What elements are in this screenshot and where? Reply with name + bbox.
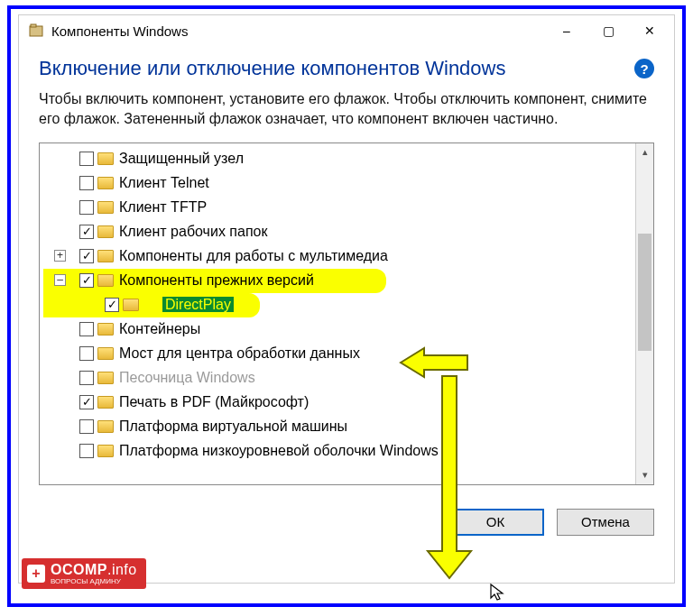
svg-rect-1 xyxy=(31,24,36,27)
tree-item[interactable]: Клиент Telnet xyxy=(43,171,633,196)
scroll-thumb[interactable] xyxy=(638,234,651,351)
tree-item[interactable]: Песочница Windows xyxy=(43,366,633,391)
dialog-content: Включение или отключение компонентов Win… xyxy=(19,46,674,496)
tree-checkbox[interactable]: ✓ xyxy=(79,225,94,239)
watermark-suffix: .info xyxy=(107,562,137,577)
folder-icon xyxy=(97,347,114,360)
tree-expander[interactable]: + xyxy=(54,250,66,262)
page-title: Включение или отключение компонентов Win… xyxy=(39,57,505,80)
tree-checkbox[interactable]: ✓ xyxy=(79,273,94,288)
folder-icon xyxy=(97,274,114,287)
folder-icon xyxy=(97,420,114,433)
titlebar[interactable]: Компоненты Windows – ▢ ✕ xyxy=(19,15,674,46)
tree-item[interactable]: –✓Компоненты прежних версий xyxy=(43,269,386,293)
tree-checkbox[interactable] xyxy=(79,176,94,190)
tree-checkbox[interactable] xyxy=(79,346,94,361)
watermark-plus-icon: + xyxy=(27,565,45,583)
tree-viewport[interactable]: Защищенный узелКлиент TelnetКлиент TFTP✓… xyxy=(40,143,635,484)
app-icon xyxy=(28,23,44,39)
tree-checkbox[interactable] xyxy=(79,152,94,166)
ok-button[interactable]: ОК xyxy=(447,509,544,536)
folder-icon xyxy=(123,299,139,311)
watermark-text: OCOMP xyxy=(51,562,107,577)
folder-icon xyxy=(97,201,114,214)
tree-item[interactable]: Защищенный узел xyxy=(43,147,633,171)
description-text: Чтобы включить компонент, установите его… xyxy=(39,89,654,130)
tree-item[interactable]: ✓Печать в PDF (Майкрософт) xyxy=(43,391,633,415)
scroll-down-button[interactable]: ▾ xyxy=(636,466,653,484)
mouse-cursor-icon xyxy=(489,583,509,607)
tree-item-label: Платформа низкоуровневой оболочки Window… xyxy=(119,443,439,459)
tree-checkbox[interactable] xyxy=(79,371,94,385)
folder-icon xyxy=(97,250,114,262)
tree-item-label: Клиент TFTP xyxy=(119,199,207,216)
tree-checkbox[interactable]: ✓ xyxy=(79,249,94,263)
tree-item-label: Печать в PDF (Майкрософт) xyxy=(119,394,309,410)
folder-icon xyxy=(97,225,114,238)
folder-icon xyxy=(97,396,114,409)
tree-item[interactable]: Платформа низкоуровневой оболочки Window… xyxy=(43,439,633,464)
tree-checkbox[interactable]: ✓ xyxy=(105,298,119,312)
tree-item-label: Защищенный узел xyxy=(119,151,244,167)
help-icon[interactable]: ? xyxy=(634,59,654,78)
scroll-up-button[interactable]: ▴ xyxy=(636,143,653,161)
tree-item[interactable]: Клиент TFTP xyxy=(43,196,633,220)
dialog-buttons: ОК Отмена xyxy=(19,496,674,545)
tree-checkbox[interactable]: ✓ xyxy=(79,395,94,409)
svg-marker-4 xyxy=(491,584,503,600)
tree-item[interactable]: ✓DirectPlay xyxy=(43,293,260,317)
tree-checkbox[interactable] xyxy=(79,322,94,336)
vertical-scrollbar[interactable]: ▴ ▾ xyxy=(635,143,653,484)
tree-item-label: DirectPlay xyxy=(162,297,234,313)
tree-checkbox[interactable] xyxy=(79,200,94,215)
window-title: Компоненты Windows xyxy=(51,23,188,39)
tree-item-label: Контейнеры xyxy=(119,321,200,337)
watermark-badge: + OCOMP.info ВОПРОСЫ АДМИНУ xyxy=(22,558,146,589)
tree-item-label: Платформа виртуальной машины xyxy=(119,418,347,435)
annotation-border: Компоненты Windows – ▢ ✕ Включение или о… xyxy=(7,5,686,607)
tree-item[interactable]: +✓Компоненты для работы с мультимедиа xyxy=(43,244,633,269)
tree-item-label: Компоненты прежних версий xyxy=(119,272,314,289)
folder-icon xyxy=(97,152,114,165)
tree-checkbox[interactable] xyxy=(79,419,94,434)
close-button[interactable]: ✕ xyxy=(629,17,670,44)
tree-item[interactable]: ✓Клиент рабочих папок xyxy=(43,220,633,244)
tree-item-label: Клиент Telnet xyxy=(119,175,209,191)
folder-icon xyxy=(97,177,114,189)
features-tree: Защищенный узелКлиент TelnetКлиент TFTP✓… xyxy=(39,143,654,485)
tree-item[interactable]: Мост для центра обработки данных xyxy=(43,342,633,366)
tree-item[interactable]: Контейнеры xyxy=(43,317,633,342)
watermark-sub: ВОПРОСЫ АДМИНУ xyxy=(51,578,137,585)
tree-item-label: Песочница Windows xyxy=(119,370,255,386)
tree-item-label: Компоненты для работы с мультимедиа xyxy=(119,248,388,264)
windows-features-dialog: Компоненты Windows – ▢ ✕ Включение или о… xyxy=(18,14,675,584)
tree-item-label: Мост для центра обработки данных xyxy=(119,345,360,362)
minimize-button[interactable]: – xyxy=(546,17,587,44)
svg-rect-0 xyxy=(30,26,42,36)
folder-icon xyxy=(97,323,114,336)
maximize-button[interactable]: ▢ xyxy=(587,17,629,44)
tree-item[interactable]: Платформа виртуальной машины xyxy=(43,415,633,439)
tree-item-label: Клиент рабочих папок xyxy=(119,224,267,240)
tree-expander[interactable]: – xyxy=(54,274,66,286)
cancel-button[interactable]: Отмена xyxy=(557,509,654,536)
folder-icon xyxy=(97,445,114,457)
tree-checkbox[interactable] xyxy=(79,444,94,458)
folder-icon xyxy=(97,372,114,384)
